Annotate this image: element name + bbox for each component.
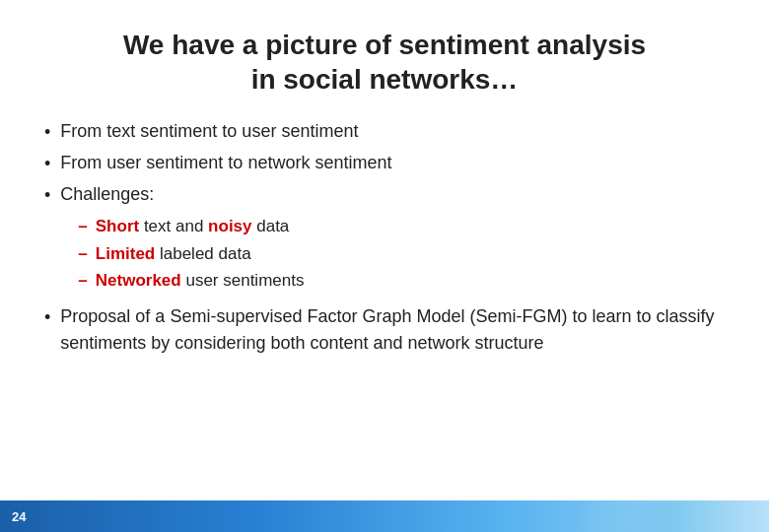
sub-text-1: Short text and noisy data bbox=[96, 214, 290, 239]
sub-dash-2: – bbox=[78, 241, 87, 267]
slide: We have a picture of sentiment analysis … bbox=[0, 0, 769, 532]
sub-bullet-list: – Short text and noisy data – Limited la… bbox=[78, 214, 304, 294]
bullet-text-3: Challenges: – Short text and noisy data … bbox=[60, 181, 304, 299]
sub-item-limited: – Limited labeled data bbox=[78, 241, 304, 267]
bullet-dot-1: • bbox=[44, 119, 50, 146]
bullet-item-3: • Challenges: – Short text and noisy dat… bbox=[44, 181, 725, 299]
bullet-item-2: • From user sentiment to network sentime… bbox=[44, 150, 725, 177]
bullet-dot-3: • bbox=[44, 182, 50, 209]
sub-item-short-text: – Short text and noisy data bbox=[78, 214, 304, 239]
slide-number: 24 bbox=[12, 509, 26, 524]
slide-content: We have a picture of sentiment analysis … bbox=[0, 0, 769, 500]
sub-dash-3: – bbox=[78, 268, 87, 294]
title-line1: We have a picture of sentiment analysis bbox=[44, 28, 725, 62]
highlight-noisy: noisy bbox=[208, 217, 251, 235]
challenges-label: Challenges: bbox=[60, 184, 154, 204]
bullet-text-1: From text sentiment to user sentiment bbox=[60, 118, 358, 145]
sub-text-2: Limited labeled data bbox=[96, 241, 251, 267]
bullet-item-proposal: • Proposal of a Semi-supervised Factor G… bbox=[44, 303, 725, 357]
sub-text-1-rest2: data bbox=[252, 217, 290, 235]
bullet-dot-2: • bbox=[44, 151, 50, 177]
sub-text-3-rest: user sentiments bbox=[181, 271, 305, 290]
highlight-limited: Limited bbox=[96, 244, 155, 263]
sub-text-3: Networked user sentiments bbox=[96, 268, 305, 294]
highlight-networked: Networked bbox=[96, 271, 181, 290]
sub-dash-1: – bbox=[78, 214, 87, 239]
bullet-item-1: • From text sentiment to user sentiment bbox=[44, 118, 725, 146]
main-bullet-list: • From text sentiment to user sentiment … bbox=[44, 118, 725, 361]
highlight-short: Short bbox=[96, 217, 139, 235]
bullet-text-2: From user sentiment to network sentiment bbox=[60, 150, 391, 176]
title-line2: in social networks… bbox=[44, 62, 725, 97]
slide-title: We have a picture of sentiment analysis … bbox=[44, 28, 725, 97]
bullet-dot-proposal: • bbox=[44, 304, 50, 331]
bottom-bar: 24 bbox=[0, 500, 769, 532]
sub-item-networked: – Networked user sentiments bbox=[78, 268, 304, 294]
sub-text-2-rest: labeled data bbox=[155, 244, 250, 263]
sub-text-1-rest: text and bbox=[139, 217, 208, 235]
proposal-text: Proposal of a Semi-supervised Factor Gra… bbox=[60, 303, 725, 357]
